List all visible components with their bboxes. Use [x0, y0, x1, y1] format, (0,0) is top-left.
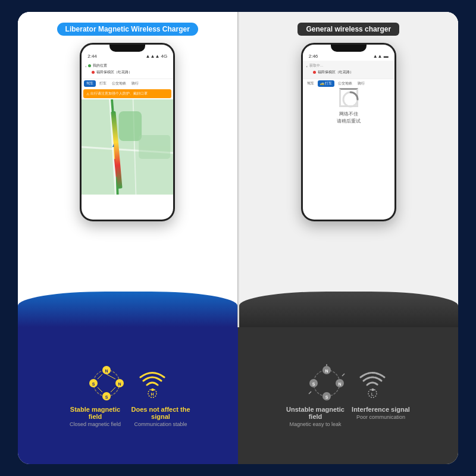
origin-text: 我的位置: [93, 63, 107, 68]
bottom-left-icons: N N S S: [87, 364, 168, 402]
back-icon-r: ‹: [306, 64, 308, 68]
phone-notch-left: [109, 45, 145, 52]
svg-line-22: [111, 387, 115, 392]
svg-text:N: N: [325, 369, 328, 373]
origin-dot: [88, 64, 91, 67]
right-phone: 2:46 ▲▲ ▬ ‹ 获取中… 福田保税区（红花路）: [301, 43, 396, 221]
left-panel: Liberator Magnetic Wireless Charger 2:44…: [18, 12, 237, 327]
right-phone-screen: 2:46 ▲▲ ▬ ‹ 获取中… 福田保税区（红花路）: [303, 45, 394, 220]
alert-icon: ⚠: [86, 92, 89, 96]
tab-drive[interactable]: 驾车: [84, 80, 96, 87]
map-svg: [82, 99, 173, 195]
loading-text: 网络不佳 请稍后重试: [337, 111, 361, 125]
loading-subtitle: 请稍后重试: [337, 118, 361, 125]
signal-bad-subtitle: Poor communication: [356, 414, 405, 420]
svg-rect-10: [139, 135, 171, 159]
bottom-right-labels: Unstable magnetic field Magnetic easy to…: [286, 406, 411, 427]
right-wave: [239, 292, 459, 327]
svg-line-21: [107, 374, 115, 379]
svg-text:N: N: [105, 369, 108, 373]
tab-taxi[interactable]: 打车: [98, 80, 108, 87]
right-nav-bar: ‹ 获取中… 福田保税区（红花路）: [303, 61, 394, 79]
svg-text:S: S: [105, 395, 108, 399]
signal-ok-title: Does not affect the signal: [131, 406, 190, 420]
dest-text-r: 福田保税区（红花路）: [318, 70, 353, 75]
tab-bike[interactable]: 骑行: [130, 80, 140, 87]
svg-line-24: [98, 374, 102, 379]
stable-mag-label-col: Stable magnetic field Closed magnetic fi…: [65, 406, 125, 427]
tab-bus[interactable]: 公交地铁: [110, 80, 128, 87]
main-card: Liberator Magnetic Wireless Charger 2:44…: [18, 12, 458, 464]
left-nav-bar: ‹ 我的位置 福田保税区（红花路）: [82, 61, 173, 79]
dest-text: 福田保税区（红花路）: [96, 70, 132, 75]
signal-ok-subtitle: Communication stable: [134, 421, 187, 427]
svg-line-37: [342, 374, 345, 376]
svg-text:L: L: [371, 392, 374, 396]
right-panel: General wireless charger 2:46 ▲▲ ▬ ‹ 获取中…: [238, 12, 459, 327]
tab-drive-r[interactable]: 驾车: [305, 80, 316, 87]
general-label: General wireless charger: [298, 23, 399, 36]
svg-line-23: [98, 387, 102, 392]
svg-text:H: H: [151, 392, 154, 396]
left-mode-tabs: 驾车 打车 公交地铁 骑行: [82, 79, 173, 88]
loading-body: 网络不佳 请稍后重试: [303, 88, 394, 125]
dest-dot: [92, 71, 95, 74]
map-visual: [82, 99, 173, 195]
tab-taxi-r[interactable]: 🚕 打车: [318, 80, 335, 87]
bottom-left-labels: Stable magnetic field Closed magnetic fi…: [65, 406, 190, 427]
svg-line-38: [309, 392, 311, 394]
phone-notch-right: [331, 45, 367, 52]
svg-text:N: N: [338, 382, 341, 386]
left-status-bar: 2:44 ▲▲▲ 4G: [82, 52, 173, 61]
bottom-right: N N S S: [238, 327, 458, 464]
left-wave: [18, 292, 237, 327]
liberator-label: Liberator Magnetic Wireless Charger: [57, 23, 198, 36]
fetching-text: 获取中…: [309, 63, 324, 68]
signal-bad-label-col: Interference signal Poor communication: [351, 406, 411, 420]
top-section: Liberator Magnetic Wireless Charger 2:44…: [18, 12, 458, 327]
svg-text:S: S: [92, 382, 95, 386]
right-mode-tabs: 驾车 🚕 打车 公交地铁 骑行: [303, 79, 394, 88]
svg-text:N: N: [118, 382, 121, 386]
signal-bad-icon: L: [356, 367, 389, 399]
signal-bad-title: Interference signal: [352, 406, 410, 413]
map-alert: ⚠ 出行请注意加强个人防护、戴好口罩: [83, 89, 171, 98]
left-phone-screen: 2:44 ▲▲▲ 4G ‹ 我的位置 福田保税区（红花路）: [82, 45, 173, 220]
right-status-bar: 2:46 ▲▲ ▬: [303, 52, 394, 61]
stable-mag-subtitle: Closed magnetic field: [70, 421, 121, 427]
tab-bike-r[interactable]: 骑行: [356, 80, 367, 87]
bottom-section: N N S S: [18, 327, 458, 464]
loading-spinner-icon: [339, 88, 358, 107]
svg-text:S: S: [312, 382, 315, 386]
tab-bus-r[interactable]: 公交地铁: [336, 80, 354, 87]
unstable-mag-subtitle: Magnetic easy to leak: [289, 421, 341, 427]
right-signal: ▲▲ ▬: [373, 54, 389, 59]
spinner-svg: [341, 90, 360, 109]
signal-ok-icon: H: [136, 367, 168, 399]
signal-ok-label-col: Does not affect the signal Communication…: [131, 406, 190, 427]
alert-text: 出行请注意加强个人防护、戴好口罩: [90, 91, 148, 96]
stable-mag-title: Stable magnetic field: [65, 406, 125, 420]
left-time: 2:44: [87, 54, 97, 59]
stable-mag-icon: N N S S: [87, 364, 126, 402]
back-icon: ‹: [85, 64, 86, 68]
unstable-mag-label-col: Unstable magnetic field Magnetic easy to…: [286, 406, 345, 427]
loading-title: 网络不佳: [337, 111, 361, 118]
bottom-left: N N S S: [18, 327, 238, 464]
unstable-mag-title: Unstable magnetic field: [286, 406, 345, 420]
dest-dot-r: [313, 71, 316, 74]
bottom-right-icons: N N S S: [308, 364, 389, 402]
left-signal: ▲▲▲ 4G: [146, 54, 168, 59]
left-phone: 2:44 ▲▲▲ 4G ‹ 我的位置 福田保税区（红花路）: [80, 43, 175, 221]
unstable-mag-icon: N N S S: [308, 364, 346, 402]
svg-rect-9: [119, 111, 142, 141]
right-time: 2:46: [309, 54, 318, 59]
svg-text:S: S: [325, 395, 328, 399]
